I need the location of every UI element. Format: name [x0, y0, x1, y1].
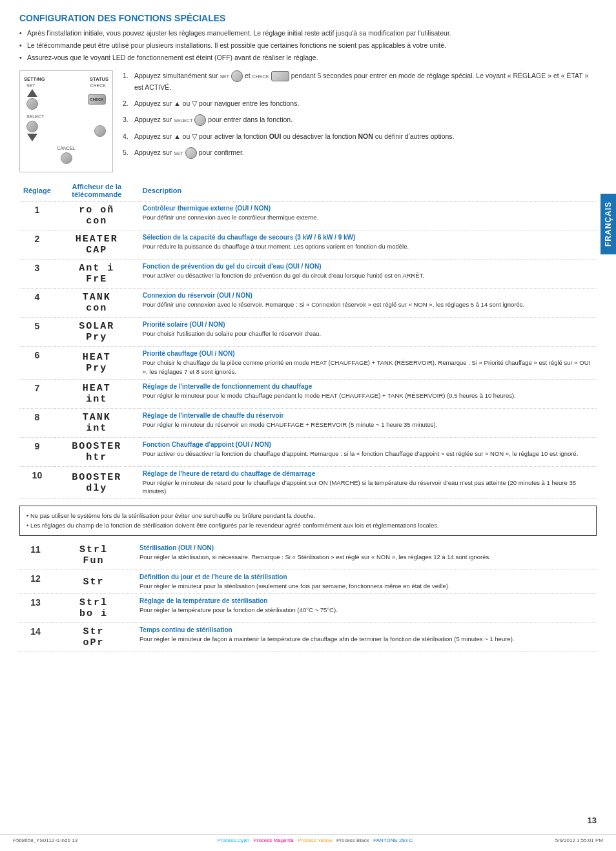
row-display: HEATint — [55, 379, 139, 408]
desc-title: Priorité chauffage (OUI / NON) — [143, 350, 593, 357]
row-number: 5 — [19, 318, 55, 347]
desc-body: Pour choisir l'utilisation du solaire po… — [143, 329, 593, 338]
row-description: Réglage de l'heure de retard du chauffag… — [139, 466, 597, 499]
intro-bullets: Après l'installation initiale, vous pouv… — [19, 28, 597, 63]
row-description: Stérilisation (OUI / NON)Pour régler la … — [136, 541, 597, 570]
desc-title: Sélection de la capacité du chauffage de… — [143, 234, 593, 241]
status-label: STATUS — [90, 76, 108, 82]
header-afficheur: Afficheur de la télécommande — [55, 180, 139, 201]
row-number: 2 — [19, 231, 55, 260]
row-description: Connexion du réservoir (OUI / NON)Pour d… — [139, 289, 597, 318]
intro-bullet-2: Le télécommande peut être utilisé pour p… — [19, 41, 597, 51]
desc-body: Pour activer ou désactiver la fonction d… — [143, 449, 593, 458]
table-row: 12StrDéfinition du jour et de l'heure de… — [19, 569, 597, 593]
warning-line1: • Ne pas utiliser le système lors de la … — [26, 511, 590, 520]
language-tab: FRANÇAIS — [601, 194, 616, 254]
warning-line2: • Les réglages du champ de la fonction d… — [26, 521, 590, 530]
display-value-2: int — [59, 394, 135, 405]
table-row: 1ro oñconContrôleur thermique externe (O… — [19, 201, 597, 231]
footer-magenta: Process Magenta — [253, 837, 293, 843]
desc-body: Pour régler la stérilisation, si nécessa… — [139, 553, 593, 561]
desc-body: Pour choisir le chauffage de la pièce co… — [143, 358, 593, 376]
table-row: 9BOOSTERhtrFonction Chauffage d'appoint … — [19, 437, 597, 466]
desc-body: Pour régler la température pour la fonct… — [139, 606, 593, 614]
footer-colors: Process Cyan Process Magenta Process Yel… — [217, 837, 415, 843]
desc-body: Pour définir une connexion avec le réser… — [143, 300, 593, 309]
desc-title: Connexion du réservoir (OUI / NON) — [143, 292, 593, 299]
table-row: 2HEATERCAPSélection de la capacité du ch… — [19, 231, 597, 260]
check-button-icon — [271, 71, 289, 81]
warning-box: • Ne pas utiliser le système lors de la … — [19, 506, 597, 536]
footer-yellow: Process Yellow — [298, 837, 333, 843]
desc-title: Stérilisation (OUI / NON) — [139, 544, 593, 551]
row-description: Fonction de prévention du gel du circuit… — [139, 260, 597, 289]
row-number: 3 — [19, 260, 55, 289]
header-reglage: Réglage — [19, 180, 55, 201]
select-button[interactable] — [94, 125, 106, 137]
row-description: Contrôleur thermique externe (OUI / NON)… — [139, 201, 597, 231]
table-row: 8TANKintRéglage de l'intervalle de chauf… — [19, 408, 597, 437]
display-value-1: TANK — [59, 292, 135, 303]
down-button[interactable] — [26, 121, 38, 132]
display-value-1: HEAT — [59, 352, 135, 363]
row-description: Priorité chauffage (OUI / NON)Pour chois… — [139, 347, 597, 380]
display-value-2: Pry — [59, 363, 135, 374]
table-row: 5SOLARPryPriorité solaire (OUI / NON)Pou… — [19, 318, 597, 347]
row-description: Fonction Chauffage d'appoint (OUI / NON)… — [139, 437, 597, 466]
arrow-up-icon — [27, 89, 37, 97]
row-description: Définition du jour et de l'heure de la s… — [136, 569, 597, 593]
select-icon-label2: SELECT — [174, 118, 192, 123]
desc-body: Pour régler le minuteur du réservoir en … — [143, 420, 593, 429]
row-number: 6 — [19, 347, 55, 380]
desc-title: Priorité solaire (OUI / NON) — [143, 321, 593, 328]
row-number: 7 — [19, 379, 55, 408]
steps-section: 1. Appuyez simultanément sur SET et CHEC… — [123, 70, 597, 172]
footer-file: F568658_YS0112-0.indb 13 — [13, 837, 77, 843]
row-display: Strlbo i — [52, 594, 136, 623]
intro-bullet-1: Après l'installation initiale, vous pouv… — [19, 28, 597, 39]
setting-label: SETTING — [24, 76, 45, 82]
row-display: StroPr — [52, 623, 136, 652]
cancel-button[interactable] — [61, 152, 72, 164]
display-value-2: CAP — [59, 245, 135, 256]
desc-body: Pour définir une connexion avec le contr… — [143, 213, 593, 221]
display-value-1: TANK — [59, 412, 135, 423]
sterilisation-table: 11StrlFunStérilisation (OUI / NON)Pour r… — [19, 541, 597, 652]
display-value-2: con — [59, 303, 135, 314]
table-row: 4TANKconConnexion du réservoir (OUI / NO… — [19, 289, 597, 318]
row-display: HEATPry — [55, 347, 139, 380]
step-4: 4. Appuyez sur ▲ ou ▽ pour activer la fo… — [123, 131, 597, 142]
desc-title: Fonction Chauffage d'appoint (OUI / NON) — [143, 441, 593, 448]
footer-black: Process Black — [336, 837, 369, 843]
desc-body: Pour régler le minuteur de retard pour l… — [143, 478, 593, 496]
step-1: 1. Appuyez simultanément sur SET et CHEC… — [123, 70, 597, 93]
display-value-2: dly — [59, 483, 135, 494]
set-button[interactable] — [26, 98, 38, 110]
page-number: 13 — [588, 815, 597, 825]
desc-title: Réglage de l'heure de retard du chauffag… — [143, 470, 593, 477]
set-sublabel: SET — [26, 83, 36, 88]
row-description: Réglage de la température de stérilisati… — [136, 594, 597, 623]
display-value-1: SOLAR — [59, 321, 135, 332]
display-value-1: ro oñ — [59, 205, 135, 216]
arrow-down-icon — [27, 134, 37, 141]
display-value-1: HEAT — [59, 383, 135, 394]
row-display: ro oñcon — [55, 201, 139, 231]
desc-body: Pour réduire la puissance du chauffage à… — [143, 242, 593, 251]
row-description: Sélection de la capacité du chauffage de… — [139, 231, 597, 260]
step-2: 2. Appuyez sur ▲ ou ▽ pour naviguer entr… — [123, 98, 597, 109]
table-row: 11StrlFunStérilisation (OUI / NON)Pour r… — [19, 541, 597, 570]
desc-title: Réglage de l'intervalle de chauffe du ré… — [143, 412, 593, 419]
intro-bullet-3: Assurez-vous que le voyant LED de foncti… — [19, 53, 597, 63]
desc-body: Pour régler le minuteur de façon à maint… — [139, 635, 593, 643]
check-button[interactable]: CHECK — [88, 94, 106, 105]
footer-pantone: PANTONE 293 C — [373, 837, 413, 843]
desc-title: Réglage de l'intervalle de fonctionnemen… — [143, 383, 593, 390]
row-description: Priorité solaire (OUI / NON)Pour choisir… — [139, 318, 597, 347]
row-description: Réglage de l'intervalle de chauffe du ré… — [139, 408, 597, 437]
desc-title: Réglage de la température de stérilisati… — [139, 597, 593, 604]
row-display: TANKint — [55, 408, 139, 437]
row-number: 10 — [19, 466, 55, 499]
step-3: 3. Appuyez sur SELECT pour entrer dans l… — [123, 114, 597, 126]
desc-body: Pour activer ou désactiver la fonction d… — [143, 271, 593, 280]
